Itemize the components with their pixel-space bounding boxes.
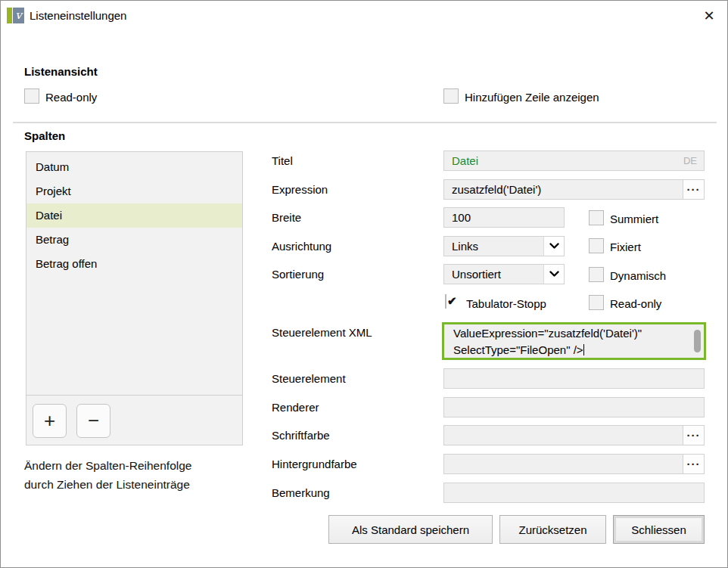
- save-as-default-button[interactable]: Als Standard speichern: [328, 515, 493, 544]
- ausrichtung-value: Links: [452, 240, 478, 253]
- hintergrundfarbe-input[interactable]: ···: [443, 454, 705, 474]
- chevron-down-icon[interactable]: [543, 237, 564, 256]
- readonly-list-label: Read-only: [45, 91, 97, 104]
- titel-input[interactable]: Datei DE: [443, 151, 705, 171]
- dynamisch-label: Dynamisch: [610, 269, 666, 282]
- list-item[interactable]: Betrag offen: [26, 252, 242, 276]
- sortierung-label: Sortierung: [272, 268, 324, 281]
- summiert-label: Summiert: [610, 213, 658, 225]
- list-item[interactable]: Datei: [26, 203, 242, 228]
- add-column-button[interactable]: +: [33, 404, 67, 438]
- reorder-hint-line1: Ändern der Spalten-Reihenfolge: [24, 456, 191, 475]
- schriftfarbe-input[interactable]: ···: [443, 425, 705, 445]
- scrollbar-thumb[interactable]: [694, 330, 701, 352]
- steuerelement-xml-textarea[interactable]: ValueExpression="zusatzfeld('Datei')" Se…: [442, 322, 706, 360]
- hintergrundfarbe-more-icon[interactable]: ···: [683, 455, 704, 473]
- list-item[interactable]: Datum: [26, 155, 242, 179]
- fixiert-label: Fixiert: [610, 241, 641, 253]
- schriftfarbe-label: Schriftfarbe: [272, 429, 330, 442]
- renderer-label: Renderer: [272, 401, 319, 414]
- close-button[interactable]: Schliessen: [613, 515, 705, 544]
- logo-letter: v: [13, 8, 24, 23]
- steuerelement-input[interactable]: [443, 368, 705, 389]
- list-item[interactable]: Projekt: [26, 179, 242, 203]
- titel-label: Titel: [272, 154, 293, 167]
- steuerelement-label: Steuerelement: [272, 372, 346, 385]
- breite-input[interactable]: 100: [443, 207, 565, 228]
- bemerkung-input[interactable]: [443, 483, 705, 503]
- app-logo-icon: v: [7, 8, 24, 23]
- steuerelement-xml-label: Steuerelement XML: [272, 326, 372, 339]
- hintergrundfarbe-label: Hintergrundfarbe: [272, 458, 357, 470]
- chevron-down-icon[interactable]: [543, 265, 564, 284]
- language-badge: DE: [683, 155, 697, 166]
- list-item[interactable]: Betrag: [26, 228, 242, 252]
- xml-line2: SelectType="FileOpen" />: [453, 342, 692, 358]
- renderer-input[interactable]: [443, 397, 705, 417]
- readonly-column-checkbox[interactable]: [589, 295, 604, 310]
- expression-value: zusatzfeld('Datei'): [452, 183, 541, 196]
- reorder-hint: Ändern der Spalten-Reihenfolge durch Zie…: [24, 456, 191, 494]
- tabulator-stopp-label: Tabulator-Stopp: [466, 297, 546, 310]
- summiert-checkbox[interactable]: [589, 210, 604, 225]
- add-row-label: Hinzufügen Zeile anzeigen: [465, 91, 599, 104]
- readonly-column-label: Read-only: [610, 297, 661, 310]
- reset-button[interactable]: Zurücksetzen: [499, 515, 606, 544]
- expression-more-icon[interactable]: ···: [683, 180, 704, 199]
- xml-line1: ValueExpression="zusatzfeld('Datei')": [453, 325, 692, 342]
- text-cursor: [583, 344, 584, 355]
- readonly-list-checkbox[interactable]: [24, 88, 39, 104]
- add-row-checkbox[interactable]: [443, 88, 459, 104]
- columns-panel: Datum Projekt Datei Betrag Betrag offen …: [26, 151, 243, 445]
- logo-green-bar: [7, 8, 12, 23]
- breite-value: 100: [452, 211, 471, 224]
- expression-input[interactable]: zusatzfeld('Datei') ···: [443, 179, 705, 200]
- listeneinstellungen-dialog: v Listeneinstellungen ✕ Listenansicht Re…: [0, 0, 728, 568]
- fixiert-checkbox[interactable]: [589, 238, 604, 253]
- ausrichtung-select[interactable]: Links: [443, 236, 565, 256]
- columns-panel-footer: + −: [26, 395, 242, 445]
- expression-label: Expression: [272, 183, 328, 196]
- sortierung-value: Unsortiert: [452, 268, 501, 281]
- tabulator-stopp-checkbox[interactable]: [445, 294, 446, 309]
- titel-value: Datei: [452, 154, 478, 167]
- remove-column-button[interactable]: −: [76, 404, 110, 438]
- close-icon[interactable]: ✕: [698, 5, 720, 26]
- schriftfarbe-more-icon[interactable]: ···: [683, 426, 704, 445]
- listenansicht-heading: Listenansicht: [24, 65, 98, 78]
- section-divider: [13, 122, 717, 123]
- columns-list: Datum Projekt Datei Betrag Betrag offen: [26, 155, 242, 276]
- reorder-hint-line2: durch Ziehen der Listeneinträge: [24, 475, 191, 494]
- window-title: Listeneinstellungen: [30, 9, 126, 22]
- spalten-heading: Spalten: [24, 129, 65, 142]
- breite-label: Breite: [272, 211, 301, 224]
- bemerkung-label: Bemerkung: [272, 486, 330, 499]
- sortierung-select[interactable]: Unsortiert: [443, 264, 565, 284]
- dynamisch-checkbox[interactable]: [589, 267, 604, 282]
- ausrichtung-label: Ausrichtung: [272, 240, 331, 253]
